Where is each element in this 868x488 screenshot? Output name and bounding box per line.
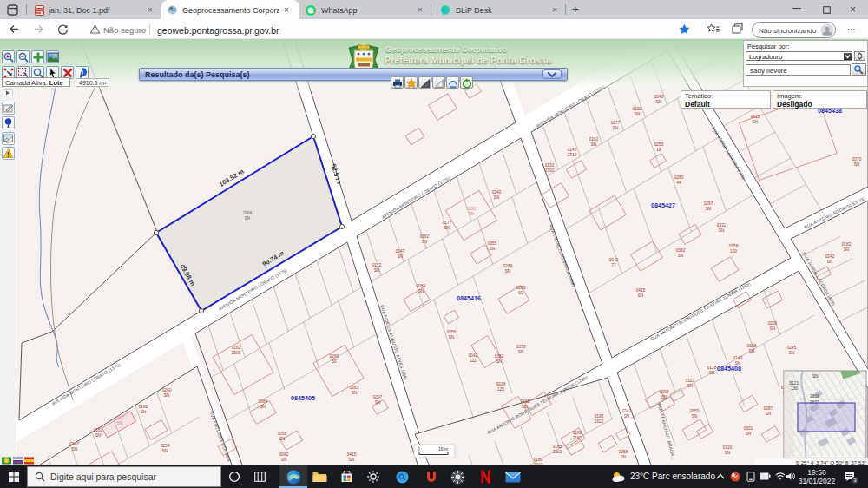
svg-text:2866: 2866 bbox=[810, 393, 819, 399]
svg-text:SN: SN bbox=[591, 142, 597, 147]
svg-text:SN: SN bbox=[678, 254, 684, 258]
svg-text:0042: 0042 bbox=[609, 258, 619, 262]
svg-text:0192: 0192 bbox=[139, 405, 148, 409]
svg-text:131: 131 bbox=[522, 405, 529, 409]
svg-text:SN: SN bbox=[661, 395, 667, 399]
svg-text:0192: 0192 bbox=[467, 207, 477, 211]
svg-text:0240: 0240 bbox=[654, 95, 664, 99]
svg-text:0382: 0382 bbox=[495, 354, 504, 359]
svg-text:0845427: 0845427 bbox=[651, 201, 675, 209]
svg-text:0132: 0132 bbox=[372, 263, 382, 267]
svg-text:0192: 0192 bbox=[633, 107, 642, 111]
svg-text:0150: 0150 bbox=[534, 458, 543, 462]
svg-text:0177: 0177 bbox=[611, 121, 621, 125]
svg-text:SN: SN bbox=[827, 260, 833, 264]
svg-text:SN: SN bbox=[621, 455, 627, 459]
svg-text:0370: 0370 bbox=[516, 345, 526, 349]
svg-text:0845408: 0845408 bbox=[717, 365, 741, 373]
svg-text:0269: 0269 bbox=[330, 354, 339, 359]
svg-text:100: 100 bbox=[730, 249, 737, 254]
svg-text:0415: 0415 bbox=[347, 452, 357, 457]
svg-text:SN: SN bbox=[260, 405, 266, 409]
svg-text:SN: SN bbox=[418, 289, 424, 293]
svg-text:SN: SN bbox=[812, 373, 819, 379]
svg-text:SN: SN bbox=[624, 414, 630, 419]
svg-text:0084: 0084 bbox=[417, 284, 426, 288]
svg-text:0297: 0297 bbox=[373, 395, 383, 399]
svg-text:0297: 0297 bbox=[704, 201, 713, 206]
svg-text:0415: 0415 bbox=[751, 115, 760, 119]
svg-text:SN: SN bbox=[449, 335, 455, 340]
svg-text:125: 125 bbox=[497, 387, 504, 392]
svg-text:SN: SN bbox=[687, 384, 694, 388]
svg-text:0287: 0287 bbox=[764, 406, 773, 411]
svg-text:SN: SN bbox=[613, 126, 619, 130]
svg-text:SN: SN bbox=[375, 400, 381, 405]
svg-text:0255: 0255 bbox=[654, 142, 664, 147]
svg-text:SN: SN bbox=[141, 410, 147, 414]
svg-text:SN: SN bbox=[117, 421, 123, 425]
svg-text:0177: 0177 bbox=[115, 416, 125, 420]
svg-text:0177: 0177 bbox=[443, 221, 452, 225]
svg-text:SN: SN bbox=[279, 437, 286, 441]
svg-text:77: 77 bbox=[611, 263, 616, 267]
svg-text:0258: 0258 bbox=[619, 450, 628, 454]
svg-text:0162: 0162 bbox=[420, 234, 430, 239]
svg-text:130: 130 bbox=[791, 386, 799, 391]
svg-text:2904: 2904 bbox=[243, 211, 253, 215]
svg-text:0206: 0206 bbox=[768, 321, 778, 326]
svg-text:0: 0 bbox=[418, 446, 420, 452]
svg-text:SN: SN bbox=[656, 100, 662, 104]
svg-text:SN: SN bbox=[469, 212, 475, 216]
svg-text:SN: SN bbox=[245, 216, 250, 221]
svg-text:SN: SN bbox=[638, 293, 644, 298]
svg-text:0113: 0113 bbox=[686, 379, 695, 383]
svg-text:2700: 2700 bbox=[545, 168, 555, 173]
svg-text:0098: 0098 bbox=[660, 390, 669, 394]
svg-text:SN: SN bbox=[352, 391, 358, 395]
svg-text:0269: 0269 bbox=[503, 264, 513, 268]
svg-text:SN: SN bbox=[505, 269, 511, 274]
svg-text:2322: 2322 bbox=[595, 419, 604, 424]
svg-text:SN: SN bbox=[72, 447, 78, 452]
svg-text:0042: 0042 bbox=[279, 452, 289, 457]
svg-text:0162: 0162 bbox=[232, 346, 241, 350]
svg-text:SN: SN bbox=[719, 228, 725, 233]
svg-text:0056: 0056 bbox=[278, 432, 287, 436]
svg-text:SN: SN bbox=[374, 268, 380, 273]
svg-text:0254: 0254 bbox=[161, 444, 170, 448]
svg-text:0370: 0370 bbox=[852, 157, 862, 162]
svg-text:0245: 0245 bbox=[787, 346, 797, 350]
svg-text:0283: 0283 bbox=[674, 175, 684, 180]
svg-text:2710: 2710 bbox=[568, 153, 577, 157]
svg-text:SN: SN bbox=[749, 349, 755, 353]
svg-text:SN: SN bbox=[854, 162, 860, 167]
svg-text:0056: 0056 bbox=[447, 330, 457, 334]
svg-text:SN: SN bbox=[162, 449, 168, 453]
svg-text:16 m: 16 m bbox=[438, 446, 448, 452]
svg-text:0415: 0415 bbox=[521, 399, 530, 404]
svg-text:SN: SN bbox=[349, 458, 355, 462]
svg-text:S 25° 4' 3.74'' O 50° 8' 37.53: S 25° 4' 3.74'' O 50° 8' 37.53'' bbox=[796, 459, 866, 465]
svg-text:0180: 0180 bbox=[573, 431, 582, 435]
svg-text:SN: SN bbox=[490, 247, 496, 251]
svg-text:SN: SN bbox=[746, 432, 752, 436]
svg-text:0320: 0320 bbox=[723, 445, 733, 450]
svg-text:SN: SN bbox=[789, 351, 795, 355]
svg-text:0042: 0042 bbox=[469, 353, 478, 358]
svg-text:SN: SN bbox=[444, 226, 450, 230]
svg-text:0240: 0240 bbox=[162, 388, 172, 392]
svg-text:SN: SN bbox=[281, 458, 287, 462]
svg-text:0147: 0147 bbox=[568, 148, 577, 152]
svg-text:2192: 2192 bbox=[573, 436, 582, 440]
svg-text:0162: 0162 bbox=[589, 137, 599, 142]
svg-text:0243: 0243 bbox=[622, 409, 632, 413]
svg-text:0165: 0165 bbox=[553, 445, 562, 449]
svg-text:0147: 0147 bbox=[396, 249, 405, 254]
svg-text:0028: 0028 bbox=[496, 382, 506, 386]
svg-text:SN: SN bbox=[635, 112, 641, 116]
svg-text:0132: 0132 bbox=[545, 163, 555, 168]
svg-text:0182: 0182 bbox=[842, 242, 852, 247]
svg-text:2302: 2302 bbox=[553, 450, 562, 454]
svg-text:0158: 0158 bbox=[747, 344, 757, 348]
